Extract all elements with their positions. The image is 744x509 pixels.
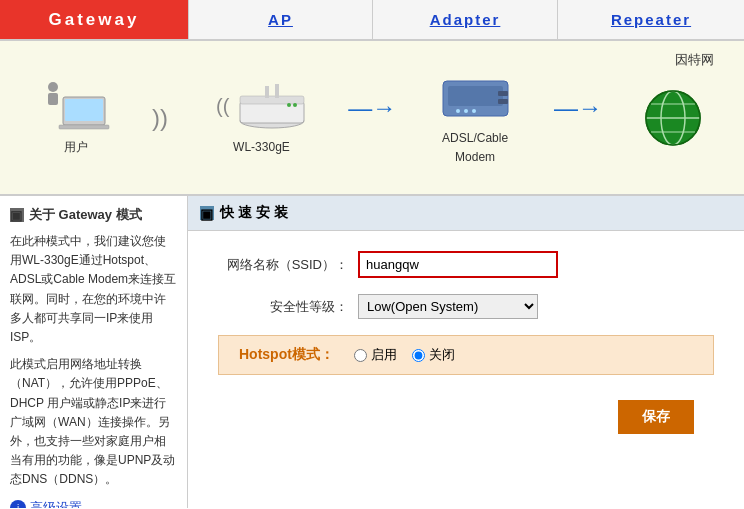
user-label: 用户: [64, 139, 88, 156]
svg-point-10: [287, 103, 291, 107]
ssid-row: 网络名称（SSID）：: [218, 251, 714, 278]
svg-rect-17: [498, 91, 508, 96]
svg-point-15: [464, 109, 468, 113]
sidebar-title-text: 关于 Gateway 模式: [29, 206, 142, 224]
ssid-input[interactable]: [358, 251, 558, 278]
svg-point-11: [293, 103, 297, 107]
tab-ap[interactable]: AP: [188, 0, 373, 39]
security-row: 安全性等级： Low(Open System) Medium(WPA-TKIP)…: [218, 294, 714, 319]
save-row: 保存: [218, 390, 714, 444]
main-content: ▣ 关于 Gateway 模式 在此种模式中，我们建议您使用WL-330gE通过…: [0, 196, 744, 508]
security-select-wrapper: Low(Open System) Medium(WPA-TKIP) High(W…: [358, 294, 714, 319]
tab-repeater[interactable]: Repeater: [558, 0, 744, 39]
connection-arrow: —→: [348, 94, 396, 122]
hotspot-enable-radio[interactable]: [354, 349, 367, 362]
panel-title-icon: ▣: [200, 206, 214, 220]
diagram-internet: [643, 88, 703, 148]
inet-label: 因特网: [675, 51, 714, 69]
diagram-device: (( WL-330gE: [216, 81, 307, 154]
svg-point-0: [48, 82, 58, 92]
svg-rect-1: [48, 93, 58, 105]
security-select[interactable]: Low(Open System) Medium(WPA-TKIP) High(W…: [358, 294, 538, 319]
sidebar-title-icon: ▣: [10, 208, 24, 222]
quick-setup-panel: ▣ 快 速 安 装 网络名称（SSID）： 安全性等级： Low(Open Sy…: [188, 196, 744, 508]
advanced-settings-link[interactable]: i 高级设置: [10, 499, 177, 508]
panel-content: 网络名称（SSID）： 安全性等级： Low(Open System) Medi…: [188, 231, 744, 464]
hotspot-enable-text: 启用: [371, 346, 397, 364]
tab-gateway[interactable]: Gateway: [0, 0, 188, 39]
svg-point-14: [456, 109, 460, 113]
tab-ap-label: AP: [268, 11, 293, 28]
sidebar-text: 在此种模式中，我们建议您使用WL-330gE通过Hotspot、ADSL或Cab…: [10, 232, 177, 489]
sidebar-paragraph2: 此模式启用网络地址转换（NAT），允许使用PPPoE、DHCP 用户端或静态IP…: [10, 355, 177, 489]
hotspot-disable-text: 关闭: [429, 346, 455, 364]
svg-rect-4: [59, 125, 109, 129]
sidebar: ▣ 关于 Gateway 模式 在此种模式中，我们建议您使用WL-330gE通过…: [0, 196, 188, 508]
hotspot-disable-label[interactable]: 关闭: [412, 346, 455, 364]
diagram-area: 因特网 用户 )) ((: [0, 41, 744, 196]
hotspot-disable-radio[interactable]: [412, 349, 425, 362]
advanced-icon: i: [10, 500, 26, 508]
tab-adapter[interactable]: Adapter: [373, 0, 558, 39]
svg-rect-8: [265, 86, 269, 98]
svg-rect-9: [275, 84, 279, 98]
svg-rect-7: [240, 96, 304, 104]
device-label: WL-330gE: [233, 140, 290, 154]
sidebar-title: ▣ 关于 Gateway 模式: [10, 206, 177, 224]
svg-rect-3: [65, 99, 103, 121]
connection-arrow2: —→: [554, 94, 602, 122]
hotspot-enable-label[interactable]: 启用: [354, 346, 397, 364]
panel-title: ▣ 快 速 安 装: [188, 196, 744, 231]
tab-repeater-label: Repeater: [611, 11, 691, 28]
svg-rect-13: [448, 86, 503, 106]
ssid-input-wrapper: [358, 251, 714, 278]
save-button[interactable]: 保存: [618, 400, 694, 434]
sidebar-paragraph1: 在此种模式中，我们建议您使用WL-330gE通过Hotspot、ADSL或Cab…: [10, 232, 177, 347]
tab-adapter-label: Adapter: [430, 11, 501, 28]
hotspot-label: Hotspot模式：: [239, 346, 334, 364]
tab-gateway-label: Gateway: [49, 10, 140, 30]
diagram-modem: ADSL/Cable Modem: [438, 71, 513, 164]
ssid-label: 网络名称（SSID）：: [218, 256, 358, 274]
svg-rect-18: [498, 99, 508, 104]
hotspot-radio-group: 启用 关闭: [354, 346, 455, 364]
panel-title-text: 快 速 安 装: [220, 204, 288, 222]
security-label: 安全性等级：: [218, 298, 358, 316]
hotspot-row: Hotspot模式： 启用 关闭: [218, 335, 714, 375]
advanced-link-label: 高级设置: [30, 499, 82, 508]
diagram-user: 用户: [41, 79, 111, 156]
modem-label-line2: Modem: [455, 150, 495, 164]
wifi-waves-right: )): [152, 104, 175, 132]
modem-label-line1: ADSL/Cable: [442, 131, 508, 145]
svg-point-16: [472, 109, 476, 113]
